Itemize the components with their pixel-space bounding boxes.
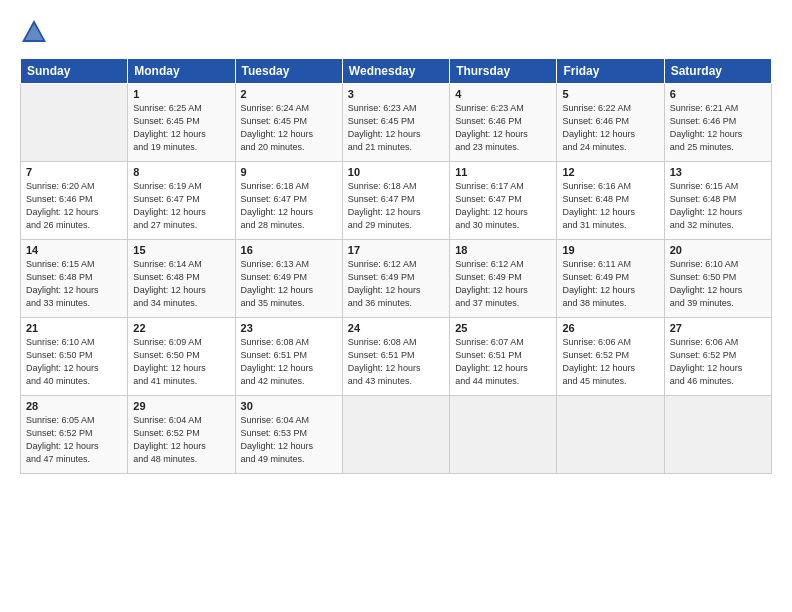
day-number: 12 <box>562 166 658 178</box>
day-info: Sunrise: 6:13 AM Sunset: 6:49 PM Dayligh… <box>241 258 337 310</box>
day-number: 21 <box>26 322 122 334</box>
page: SundayMondayTuesdayWednesdayThursdayFrid… <box>0 0 792 484</box>
calendar-cell: 25Sunrise: 6:07 AM Sunset: 6:51 PM Dayli… <box>450 318 557 396</box>
day-info: Sunrise: 6:23 AM Sunset: 6:45 PM Dayligh… <box>348 102 444 154</box>
day-number: 2 <box>241 88 337 100</box>
day-number: 23 <box>241 322 337 334</box>
day-number: 1 <box>133 88 229 100</box>
logo <box>20 18 50 46</box>
calendar-table: SundayMondayTuesdayWednesdayThursdayFrid… <box>20 58 772 474</box>
day-number: 24 <box>348 322 444 334</box>
day-number: 3 <box>348 88 444 100</box>
header-cell-monday: Monday <box>128 59 235 84</box>
day-info: Sunrise: 6:24 AM Sunset: 6:45 PM Dayligh… <box>241 102 337 154</box>
logo-icon <box>20 18 48 46</box>
calendar-cell: 21Sunrise: 6:10 AM Sunset: 6:50 PM Dayli… <box>21 318 128 396</box>
calendar-cell: 5Sunrise: 6:22 AM Sunset: 6:46 PM Daylig… <box>557 84 664 162</box>
header-cell-friday: Friday <box>557 59 664 84</box>
day-info: Sunrise: 6:07 AM Sunset: 6:51 PM Dayligh… <box>455 336 551 388</box>
week-row-0: 1Sunrise: 6:25 AM Sunset: 6:45 PM Daylig… <box>21 84 772 162</box>
calendar-cell: 7Sunrise: 6:20 AM Sunset: 6:46 PM Daylig… <box>21 162 128 240</box>
day-number: 14 <box>26 244 122 256</box>
header-cell-saturday: Saturday <box>664 59 771 84</box>
calendar-cell: 13Sunrise: 6:15 AM Sunset: 6:48 PM Dayli… <box>664 162 771 240</box>
day-info: Sunrise: 6:15 AM Sunset: 6:48 PM Dayligh… <box>670 180 766 232</box>
calendar-cell: 4Sunrise: 6:23 AM Sunset: 6:46 PM Daylig… <box>450 84 557 162</box>
day-info: Sunrise: 6:06 AM Sunset: 6:52 PM Dayligh… <box>670 336 766 388</box>
day-number: 19 <box>562 244 658 256</box>
week-row-2: 14Sunrise: 6:15 AM Sunset: 6:48 PM Dayli… <box>21 240 772 318</box>
day-number: 17 <box>348 244 444 256</box>
day-info: Sunrise: 6:10 AM Sunset: 6:50 PM Dayligh… <box>670 258 766 310</box>
calendar-header: SundayMondayTuesdayWednesdayThursdayFrid… <box>21 59 772 84</box>
day-info: Sunrise: 6:14 AM Sunset: 6:48 PM Dayligh… <box>133 258 229 310</box>
calendar-cell: 9Sunrise: 6:18 AM Sunset: 6:47 PM Daylig… <box>235 162 342 240</box>
day-number: 8 <box>133 166 229 178</box>
day-number: 11 <box>455 166 551 178</box>
calendar-cell: 27Sunrise: 6:06 AM Sunset: 6:52 PM Dayli… <box>664 318 771 396</box>
day-number: 10 <box>348 166 444 178</box>
calendar-cell: 19Sunrise: 6:11 AM Sunset: 6:49 PM Dayli… <box>557 240 664 318</box>
day-number: 20 <box>670 244 766 256</box>
week-row-3: 21Sunrise: 6:10 AM Sunset: 6:50 PM Dayli… <box>21 318 772 396</box>
calendar-cell <box>342 396 449 474</box>
day-info: Sunrise: 6:08 AM Sunset: 6:51 PM Dayligh… <box>348 336 444 388</box>
day-number: 26 <box>562 322 658 334</box>
day-number: 13 <box>670 166 766 178</box>
calendar-body: 1Sunrise: 6:25 AM Sunset: 6:45 PM Daylig… <box>21 84 772 474</box>
week-row-1: 7Sunrise: 6:20 AM Sunset: 6:46 PM Daylig… <box>21 162 772 240</box>
calendar-cell: 1Sunrise: 6:25 AM Sunset: 6:45 PM Daylig… <box>128 84 235 162</box>
day-number: 7 <box>26 166 122 178</box>
day-info: Sunrise: 6:06 AM Sunset: 6:52 PM Dayligh… <box>562 336 658 388</box>
day-info: Sunrise: 6:23 AM Sunset: 6:46 PM Dayligh… <box>455 102 551 154</box>
day-info: Sunrise: 6:19 AM Sunset: 6:47 PM Dayligh… <box>133 180 229 232</box>
calendar-cell: 2Sunrise: 6:24 AM Sunset: 6:45 PM Daylig… <box>235 84 342 162</box>
day-info: Sunrise: 6:16 AM Sunset: 6:48 PM Dayligh… <box>562 180 658 232</box>
day-info: Sunrise: 6:25 AM Sunset: 6:45 PM Dayligh… <box>133 102 229 154</box>
calendar-cell: 11Sunrise: 6:17 AM Sunset: 6:47 PM Dayli… <box>450 162 557 240</box>
calendar-cell: 18Sunrise: 6:12 AM Sunset: 6:49 PM Dayli… <box>450 240 557 318</box>
day-info: Sunrise: 6:18 AM Sunset: 6:47 PM Dayligh… <box>348 180 444 232</box>
calendar-cell: 6Sunrise: 6:21 AM Sunset: 6:46 PM Daylig… <box>664 84 771 162</box>
day-info: Sunrise: 6:05 AM Sunset: 6:52 PM Dayligh… <box>26 414 122 466</box>
calendar-cell <box>21 84 128 162</box>
day-number: 16 <box>241 244 337 256</box>
header-cell-wednesday: Wednesday <box>342 59 449 84</box>
day-info: Sunrise: 6:11 AM Sunset: 6:49 PM Dayligh… <box>562 258 658 310</box>
day-number: 27 <box>670 322 766 334</box>
calendar-cell <box>664 396 771 474</box>
day-info: Sunrise: 6:18 AM Sunset: 6:47 PM Dayligh… <box>241 180 337 232</box>
calendar-cell: 24Sunrise: 6:08 AM Sunset: 6:51 PM Dayli… <box>342 318 449 396</box>
day-number: 29 <box>133 400 229 412</box>
day-info: Sunrise: 6:21 AM Sunset: 6:46 PM Dayligh… <box>670 102 766 154</box>
day-number: 9 <box>241 166 337 178</box>
header-cell-sunday: Sunday <box>21 59 128 84</box>
day-number: 25 <box>455 322 551 334</box>
day-info: Sunrise: 6:08 AM Sunset: 6:51 PM Dayligh… <box>241 336 337 388</box>
day-info: Sunrise: 6:04 AM Sunset: 6:53 PM Dayligh… <box>241 414 337 466</box>
calendar-cell: 15Sunrise: 6:14 AM Sunset: 6:48 PM Dayli… <box>128 240 235 318</box>
day-info: Sunrise: 6:12 AM Sunset: 6:49 PM Dayligh… <box>455 258 551 310</box>
calendar-cell: 16Sunrise: 6:13 AM Sunset: 6:49 PM Dayli… <box>235 240 342 318</box>
day-info: Sunrise: 6:17 AM Sunset: 6:47 PM Dayligh… <box>455 180 551 232</box>
day-number: 22 <box>133 322 229 334</box>
day-number: 15 <box>133 244 229 256</box>
calendar-cell: 29Sunrise: 6:04 AM Sunset: 6:52 PM Dayli… <box>128 396 235 474</box>
calendar-cell: 30Sunrise: 6:04 AM Sunset: 6:53 PM Dayli… <box>235 396 342 474</box>
calendar-cell: 12Sunrise: 6:16 AM Sunset: 6:48 PM Dayli… <box>557 162 664 240</box>
day-number: 28 <box>26 400 122 412</box>
calendar-cell: 8Sunrise: 6:19 AM Sunset: 6:47 PM Daylig… <box>128 162 235 240</box>
calendar-cell: 22Sunrise: 6:09 AM Sunset: 6:50 PM Dayli… <box>128 318 235 396</box>
day-info: Sunrise: 6:22 AM Sunset: 6:46 PM Dayligh… <box>562 102 658 154</box>
calendar-cell: 28Sunrise: 6:05 AM Sunset: 6:52 PM Dayli… <box>21 396 128 474</box>
calendar-cell: 17Sunrise: 6:12 AM Sunset: 6:49 PM Dayli… <box>342 240 449 318</box>
header-cell-tuesday: Tuesday <box>235 59 342 84</box>
calendar-cell: 10Sunrise: 6:18 AM Sunset: 6:47 PM Dayli… <box>342 162 449 240</box>
calendar-cell <box>450 396 557 474</box>
header-cell-thursday: Thursday <box>450 59 557 84</box>
day-number: 30 <box>241 400 337 412</box>
day-info: Sunrise: 6:15 AM Sunset: 6:48 PM Dayligh… <box>26 258 122 310</box>
day-number: 18 <box>455 244 551 256</box>
day-info: Sunrise: 6:20 AM Sunset: 6:46 PM Dayligh… <box>26 180 122 232</box>
day-number: 6 <box>670 88 766 100</box>
